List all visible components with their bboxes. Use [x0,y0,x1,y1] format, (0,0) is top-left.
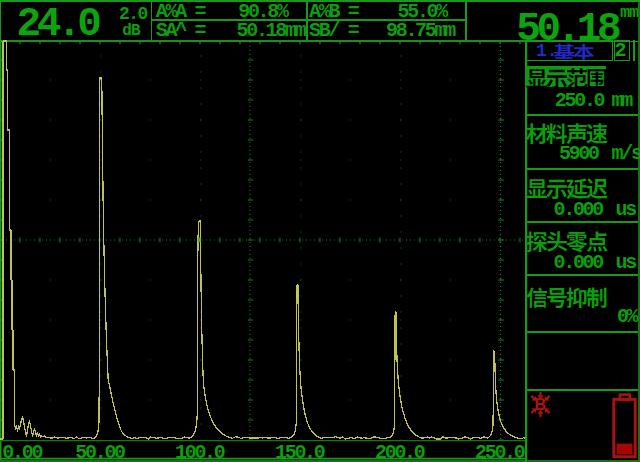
svg-text:B: B [534,396,546,413]
